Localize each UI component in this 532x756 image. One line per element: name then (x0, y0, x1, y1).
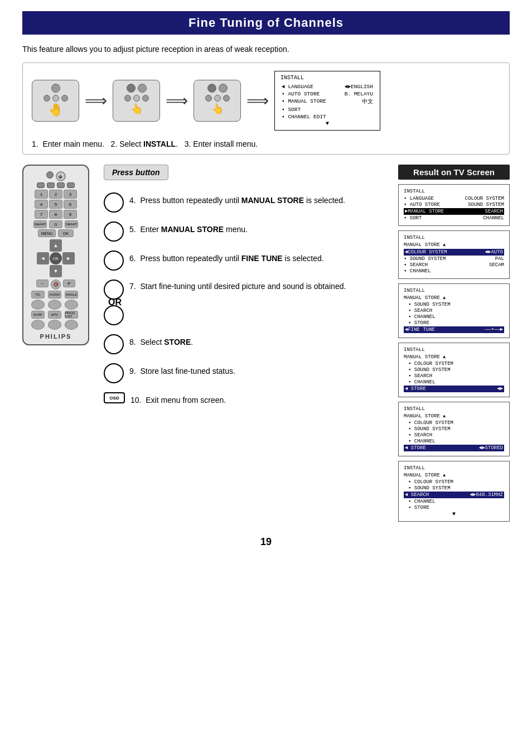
dpad-down: ▼ (50, 265, 62, 277)
remote-sketch-1: 🤚 (32, 80, 79, 122)
step-7-circle-top (104, 280, 124, 300)
remote-mute-btn: 🔇 (51, 280, 61, 290)
tv-screen-1: INSTALL ▪ LANGUAGECOLOUR SYSTEM ▪ AUTO S… (398, 184, 510, 226)
result-title: Result on TV Screen (398, 165, 510, 180)
tv-screen-3: INSTALL MANUAL STORE ▲ ▪ SOUND SYSTEM ▪ … (398, 283, 510, 338)
screen6-row4: ▪ CHANNEL (404, 499, 504, 504)
remote-func-row3: SURF EPG PROG LIST (27, 311, 85, 319)
screen6-title: INSTALL (404, 465, 504, 471)
screen4-subtitle: MANUAL STORE ▲ (404, 354, 504, 360)
remote-vol-row: − 🔇 P (27, 280, 85, 290)
screen6-row3-hl: ◄ SEARCH◄►048.31MHZ (404, 492, 504, 498)
remote-btn-menu (127, 84, 136, 93)
step-7-text: 7. Start fine-tuning until desired pictu… (129, 280, 346, 291)
remote-btn-small-2 (52, 95, 59, 102)
tv-screen-5: INSTALL MANUAL STORE ▲ ▪ COLOUR SYSTEM ▪… (398, 402, 510, 456)
step-5-text: 5. Enter MANUAL STORE menu. (129, 221, 248, 234)
remote-av-row (27, 182, 85, 188)
tv-screen-4: INSTALL MANUAL STORE ▲ ▪ COLOUR SYSTEM ▪… (398, 343, 510, 397)
step-labels: 1. Enter main menu. 2. Select INSTALL. 3… (32, 139, 500, 148)
remote-fn2 (48, 300, 61, 310)
menu-down-arrow: ▼ (280, 121, 374, 127)
tv-screen-2: INSTALL MANUAL STORE ▲ ◄COLOUR SYSTEM◄►A… (398, 230, 510, 279)
screen6-row1: ▪ COLOUR SYSTEM (404, 479, 504, 485)
screen1-title: INSTALL (404, 189, 504, 194)
screen3-row5-hl: ◄FINE TUNE——+——► (404, 326, 504, 333)
remote-nav-buttons-2 (205, 95, 230, 102)
step-10-row: OSD 10. Exit menu from screen. (104, 392, 389, 405)
step-10-text: 10. Exit menu from screen. (130, 392, 226, 405)
remote-proglist-btn: PROG LIST (65, 311, 78, 319)
tv-screen-6: INSTALL MANUAL STORE ▲ ▪ COLOUR SYSTEM ▪… (398, 461, 510, 522)
remote-nav-2 (133, 95, 140, 102)
remote-cc-btn (67, 182, 75, 188)
remote-av-btn (37, 182, 45, 188)
remote-nav-3 (142, 95, 149, 102)
step-8-circle (104, 334, 124, 354)
remote-epg-btn: EPG (48, 311, 61, 319)
screen5-subtitle: MANUAL STORE ▲ (404, 413, 504, 419)
main-content: ⏻ 1 2 3 4 5 6 7 8 9 SMART (22, 165, 510, 526)
remote-numpad: 1 2 3 4 5 6 7 8 9 (27, 190, 85, 219)
screen2-row3: ▪ SEARCHSECAM (404, 262, 504, 268)
page-title: Fine Tuning of Channels (22, 11, 510, 35)
menu-row-sort: ▪ SORT (280, 106, 374, 113)
screen2-row2: ▪ SOUND SYSTEMPAL (404, 256, 504, 262)
remote-top-buttons (51, 84, 60, 93)
dpad-center: OK (50, 252, 62, 264)
menu-row-manualstore: ▪ MANUAL STORE 中文 (280, 98, 374, 106)
remote-vol-down: − (36, 280, 49, 287)
remote-fn5 (48, 320, 61, 330)
screen3-row3: ▪ CHANNEL (404, 314, 504, 320)
install-menu-screen: INSTALL ◄ LANGUAGE ◄►ENGLISH ▪ AUTO STOR… (274, 71, 380, 131)
screen1-row2: ▪ AUTO STORESOUND SYSTEM (404, 202, 504, 208)
remote-nav-buttons (124, 95, 149, 102)
remote-top-row: ⏻ (27, 171, 85, 181)
screen3-title: INSTALL (404, 288, 504, 293)
remote-top-buttons-2 (127, 84, 147, 93)
remote-column: ⏻ 1 2 3 4 5 6 7 8 9 SMART (22, 165, 95, 526)
screen5-row2: ▪ SOUND SYSTEM (404, 426, 504, 432)
hand-icon-3: 👆 (211, 103, 224, 115)
remote-ok-btn: OK (58, 229, 74, 237)
hand-icon-1: 🤚 (48, 103, 63, 117)
screen4-row3: ▪ SEARCH (404, 373, 504, 379)
step-6-text: 6. Press button repeatedly until FINE TU… (129, 251, 324, 263)
dpad-empty-br (62, 265, 75, 277)
install-menu-title: INSTALL (280, 75, 374, 81)
remote-audio-btn: AUDIO (48, 291, 61, 298)
top-instruction-box: 🤚 ⟹ 👆 ⟹ (22, 62, 510, 155)
menu-row-channeledit: ▪ CHANNEL EDIT (280, 113, 374, 121)
screen5-row4: ▪ CHANNEL (404, 439, 504, 444)
arrow-2: ⟹ (166, 93, 188, 109)
steps-column: Press button 4. Press button repeatedly … (104, 165, 389, 526)
remote-num-7: 7 (35, 210, 48, 219)
step-9-row: 9. Store last fine-tuned status. (104, 363, 389, 383)
top-steps-row: 🤚 ⟹ 👆 ⟹ (32, 71, 500, 131)
remote-btn-menu-2 (207, 84, 216, 93)
remote-sketch-2: 👆 (113, 80, 160, 122)
remote-btn-ok-2 (138, 84, 147, 93)
step-6-circle (104, 251, 124, 271)
step-5-circle (104, 221, 124, 242)
remote-num-6: 6 (64, 200, 77, 209)
remote-middle-buttons (43, 95, 68, 102)
intro-text: This feature allows you to adjust pictur… (22, 45, 510, 54)
remote-fn6 (65, 320, 78, 330)
remote-control: ⏻ 1 2 3 4 5 6 7 8 9 SMART (22, 165, 89, 345)
remote-btn-ok-3 (219, 84, 228, 93)
remote-nav-4 (205, 95, 212, 102)
screen2-title: INSTALL (404, 235, 504, 240)
remote-dpad: ▲ ◄ OK ► ▼ (37, 239, 75, 277)
screen2-row1-hl: ◄COLOUR SYSTEM◄►AUTO (404, 249, 504, 256)
remote-sketch-3: 👆 (194, 80, 241, 122)
remote-num-9: 9 (64, 210, 77, 219)
remote-ttx-btn (57, 182, 65, 188)
screen1-row4: ▪ SORTCHANNEL (404, 215, 504, 221)
screen6-row2: ▪ SOUND SYSTEM (404, 485, 504, 491)
remote-menu-ok-row: MENU OK (27, 229, 85, 237)
remote-angle-btn: ANGLE (65, 291, 78, 298)
remote-func-row: TIC AUDIO ANGLE (27, 291, 85, 298)
press-button-label: Press button (104, 165, 168, 180)
remote-num-8: 8 (49, 210, 62, 219)
